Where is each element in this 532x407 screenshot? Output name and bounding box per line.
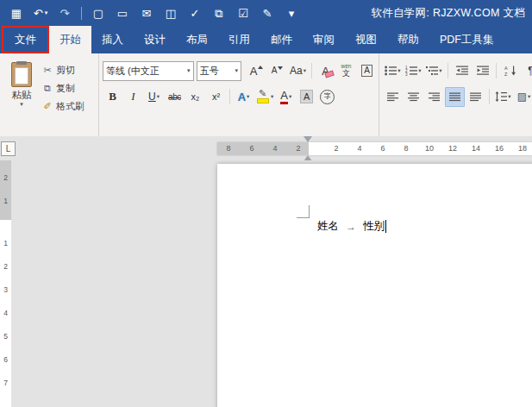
ruler-text-area: 1 2 3 4 5 6 7 [0, 220, 11, 407]
align-left-icon [387, 92, 398, 102]
paste-button[interactable]: 粘贴 ▾ [3, 60, 40, 137]
show-formatting-marks-button[interactable]: ¶ [521, 61, 532, 81]
tab-references[interactable]: 引用 [218, 26, 260, 53]
tab-view[interactable]: 视图 [345, 26, 387, 53]
superscript-button[interactable]: x² [206, 87, 226, 107]
email-button[interactable]: ✉ [135, 3, 158, 23]
text-highlight-button[interactable]: ✎▾ [254, 87, 275, 107]
document-page[interactable]: 姓名 → 性别 [217, 164, 532, 407]
character-border-button[interactable]: A [357, 61, 377, 81]
tab-design[interactable]: 设计 [134, 26, 176, 53]
justify-button[interactable] [445, 87, 465, 107]
vertical-ruler[interactable]: 2 1 1 2 3 4 5 6 7 [0, 160, 11, 407]
tab-pdf-tools[interactable]: PDF工具集 [429, 26, 504, 53]
line-spacing-button[interactable]: ▾ [493, 87, 513, 107]
increase-indent-button[interactable] [473, 61, 492, 81]
tab-review[interactable]: 审阅 [303, 26, 345, 53]
change-case-button[interactable]: Aa▾ [288, 61, 308, 81]
font-size-select[interactable]: 五号 ▾ [197, 61, 241, 81]
save-button[interactable]: ▦ [5, 3, 28, 23]
italic-button[interactable]: I [123, 87, 143, 107]
strikethrough-button[interactable]: abc [165, 87, 185, 107]
shrink-font-icon: A [272, 66, 278, 75]
shading-button[interactable]: ▨▾ [514, 87, 532, 107]
down-triangle-icon [278, 66, 283, 70]
copy-button[interactable]: ⧉ 复制 [40, 81, 86, 96]
chevron-down-icon: ▾ [528, 93, 530, 100]
tab-file[interactable]: 文件 [2, 26, 49, 53]
ruler-number: 6 [249, 144, 253, 153]
cut-button[interactable]: ✂ 剪切 [40, 63, 86, 78]
word-window: ▦ ↶▾ ↷ ▢ ▭ ✉ ◫ ✓ ⧉ ☑ ✎ ▾ 软件自学网: RJZXW.CO… [0, 0, 532, 407]
undo-icon: ↶ [34, 8, 43, 19]
redo-button[interactable]: ↷ [53, 3, 76, 23]
bullets-button[interactable]: ▾ [383, 61, 403, 81]
ribbon-tab-bar: 文件 开始 插入 设计 布局 引用 邮件 审阅 视图 帮助 PDF工具集 [0, 26, 532, 53]
align-left-button[interactable] [383, 87, 403, 107]
bold-button[interactable]: B [103, 87, 122, 107]
sort-button[interactable]: AZ [500, 61, 520, 81]
phonetic-guide-icon: wén 文 [341, 64, 352, 78]
ruler-area: L 8 6 4 2 2 4 6 8 10 12 14 16 18 [0, 136, 532, 160]
tab-stop-selector[interactable]: L [1, 141, 16, 156]
draw-button[interactable]: ✎ [256, 3, 279, 23]
enclose-characters-button[interactable]: 字 [317, 87, 337, 107]
character-border-icon: A [361, 65, 372, 77]
titlebar: ▦ ↶▾ ↷ ▢ ▭ ✉ ◫ ✓ ⧉ ☑ ✎ ▾ 软件自学网: RJZXW.CO… [0, 0, 532, 26]
redo-icon: ↷ [60, 8, 70, 19]
format-painter-button[interactable]: ✐ 格式刷 [40, 99, 86, 114]
chevron-down-icon: ▾ [45, 9, 48, 16]
font-color-button[interactable]: A▾ [276, 87, 296, 107]
decrease-indent-button[interactable] [452, 61, 472, 81]
spelling-grammar-button[interactable]: ✓ [184, 3, 206, 23]
subscript-button[interactable]: x₂ [185, 87, 205, 107]
align-center-icon [408, 92, 419, 102]
ruler-number: 6 [0, 355, 11, 364]
font-color-letter: A [280, 89, 288, 102]
horizontal-ruler[interactable]: 8 6 4 2 2 4 6 8 10 12 14 16 18 [217, 142, 532, 155]
tab-mailings[interactable]: 邮件 [260, 26, 303, 53]
character-shading-button[interactable]: A [297, 87, 316, 107]
more-chevron-icon: ▾ [289, 8, 295, 19]
chevron-down-icon: ▾ [289, 93, 291, 100]
chevron-down-icon: ▾ [235, 67, 238, 74]
align-right-button[interactable] [424, 87, 444, 107]
customize-toolbar-button[interactable]: ▾ [280, 3, 303, 23]
first-line-indent-marker[interactable] [304, 136, 312, 142]
tab-layout[interactable]: 布局 [176, 26, 218, 53]
tab-formatting-mark: → [346, 221, 356, 233]
chevron-down-icon: ▾ [304, 67, 306, 74]
tab-home[interactable]: 开始 [49, 26, 91, 53]
quick-copy-button[interactable]: ⧉ [208, 3, 230, 23]
form-controls-button[interactable]: ☑ [232, 3, 254, 23]
clear-formatting-button[interactable]: A [316, 61, 335, 81]
font-name-select[interactable]: 等线 (中文正 ▾ [103, 61, 194, 81]
underline-button[interactable]: U▾ [144, 87, 164, 107]
document-text-line[interactable]: 姓名 → 性别 [317, 219, 386, 234]
numbering-button[interactable]: 123 ▾ [404, 61, 423, 81]
new-document-button[interactable]: ▢ [87, 3, 110, 23]
pen-icon: ✎ [263, 8, 272, 19]
open-button[interactable]: ▭ [111, 3, 134, 23]
ruler-number: 2 [334, 144, 338, 153]
phonetic-guide-button[interactable]: wén 文 [336, 61, 356, 81]
multilevel-list-icon [426, 66, 438, 76]
chevron-down-icon: ▾ [418, 67, 421, 74]
text-run: 姓名 [317, 219, 339, 234]
multilevel-list-button[interactable]: ▾ [424, 61, 444, 81]
ruler-number: 4 [0, 309, 11, 317]
tab-help[interactable]: 帮助 [387, 26, 429, 53]
distribute-button[interactable] [466, 87, 485, 107]
align-center-button[interactable] [404, 87, 423, 107]
grow-font-button[interactable]: A [247, 61, 266, 81]
shrink-font-button[interactable]: A [267, 61, 287, 81]
underline-icon: U [148, 91, 156, 103]
text-effects-button[interactable]: A▾ [234, 87, 253, 107]
undo-button[interactable]: ↶▾ [29, 3, 52, 23]
bold-icon: B [109, 90, 116, 103]
character-shading-icon: A [300, 90, 313, 103]
up-triangle-icon [258, 66, 263, 69]
checkbox-form-icon: ☑ [238, 8, 248, 19]
print-preview-button[interactable]: ◫ [160, 3, 182, 23]
tab-insert[interactable]: 插入 [91, 26, 134, 53]
